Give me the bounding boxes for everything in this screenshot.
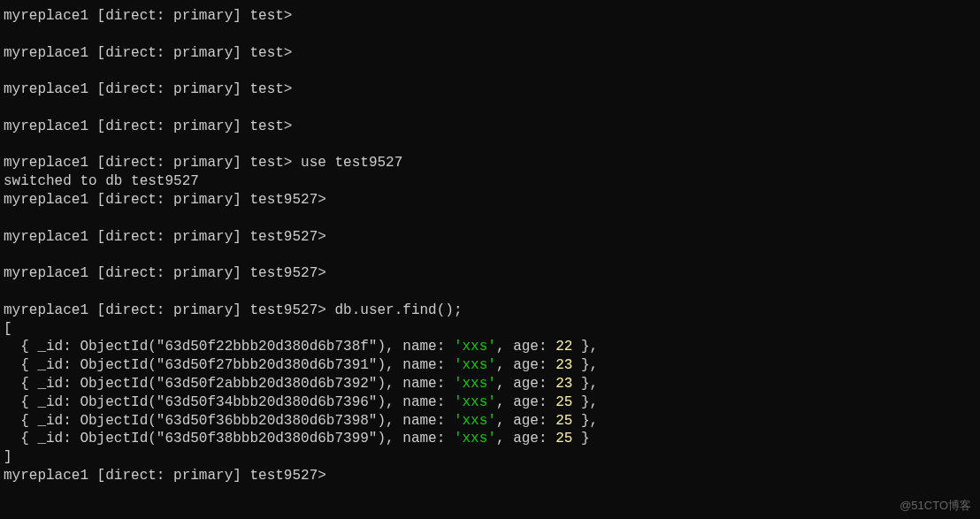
blank-line (0, 99, 980, 118)
blank-line (0, 26, 980, 44)
record-prefix: { _id: ObjectId("63d50f2abbb20d380d6b739… (4, 376, 454, 392)
prompt-line[interactable]: myreplace1 [direct: primary] test9527> (0, 467, 980, 485)
prompt-test9527: myreplace1 [direct: primary] test9527> (4, 229, 326, 245)
blank-line (0, 246, 980, 264)
record-suffix: }, (572, 339, 598, 355)
quote-icon: ' (454, 431, 463, 446)
blank-line (0, 136, 980, 155)
result-record: { _id: ObjectId("63d50f2abbb20d380d6b739… (0, 375, 980, 393)
prompt-line: myreplace1 [direct: primary] test> (0, 80, 980, 99)
blank-line (0, 210, 980, 228)
prompt-line: myreplace1 [direct: primary] test> (0, 118, 980, 136)
record-suffix: } (572, 431, 589, 446)
prompt-test9527: myreplace1 [direct: primary] test9527> (4, 468, 326, 484)
record-name: xxs (463, 394, 488, 410)
record-mid: , age: (496, 339, 555, 355)
record-name: xxs (463, 339, 488, 355)
record-age: 25 (555, 431, 572, 446)
record-age: 25 (555, 394, 572, 410)
prompt-test9527: myreplace1 [direct: primary] test9527> (4, 265, 326, 281)
record-name: xxs (463, 376, 488, 392)
quote-icon: ' (454, 394, 463, 410)
switched-message: switched to db test9527 (4, 173, 199, 189)
quote-icon: ' (487, 413, 496, 429)
output-line: switched to db test9527 (0, 172, 980, 191)
record-suffix: }, (572, 357, 598, 373)
blank-line (0, 62, 980, 80)
result-record: { _id: ObjectId("63d50f22bbb20d380d6b738… (0, 338, 980, 356)
prompt-line: myreplace1 [direct: primary] test> (0, 7, 980, 26)
record-suffix: }, (572, 376, 598, 392)
prompt-line: myreplace1 [direct: primary] test9527> (0, 191, 980, 210)
record-age: 25 (555, 413, 572, 429)
quote-icon: ' (487, 394, 496, 410)
record-suffix: }, (572, 394, 598, 410)
record-mid: , age: (496, 431, 555, 446)
result-record: { _id: ObjectId("63d50f38bbb20d380d6b739… (0, 430, 980, 448)
prompt-test: myreplace1 [direct: primary] test> (4, 8, 292, 24)
record-prefix: { _id: ObjectId("63d50f27bbb20d380d6b739… (4, 357, 454, 373)
quote-icon: ' (487, 339, 496, 355)
find-command: db.user.find(); (334, 302, 462, 318)
record-mid: , age: (496, 413, 555, 429)
record-prefix: { _id: ObjectId("63d50f34bbb20d380d6b739… (4, 394, 454, 410)
quote-icon: ' (487, 376, 496, 392)
quote-icon: ' (454, 339, 463, 355)
record-mid: , age: (496, 376, 555, 392)
result-record: { _id: ObjectId("63d50f34bbb20d380d6b739… (0, 393, 980, 412)
command-line: myreplace1 [direct: primary] test> use t… (0, 154, 980, 172)
quote-icon: ' (454, 413, 463, 429)
record-suffix: }, (572, 413, 598, 429)
command-line: myreplace1 [direct: primary] test9527> d… (0, 301, 980, 320)
result-record: { _id: ObjectId("63d50f27bbb20d380d6b739… (0, 356, 980, 375)
record-name: xxs (463, 413, 488, 429)
prompt-test: myreplace1 [direct: primary] test> (4, 81, 292, 97)
quote-icon: ' (454, 357, 463, 373)
prompt-line: myreplace1 [direct: primary] test> (0, 44, 980, 63)
records-container: { _id: ObjectId("63d50f22bbb20d380d6b738… (0, 338, 980, 448)
prompt-test: myreplace1 [direct: primary] test> (4, 45, 292, 61)
blank-line (0, 283, 980, 301)
record-age: 22 (555, 339, 572, 355)
result-bracket-open: [ (0, 320, 980, 339)
record-mid: , age: (496, 394, 555, 410)
record-name: xxs (463, 431, 488, 446)
prompt-line: myreplace1 [direct: primary] test9527> (0, 228, 980, 247)
watermark: @51CTO博客 (900, 499, 971, 514)
record-prefix: { _id: ObjectId("63d50f36bbb20d380d6b739… (4, 413, 454, 429)
record-age: 23 (555, 357, 572, 373)
record-age: 23 (555, 376, 572, 392)
record-mid: , age: (496, 357, 555, 373)
record-prefix: { _id: ObjectId("63d50f38bbb20d380d6b739… (4, 431, 454, 446)
prompt-test9527: myreplace1 [direct: primary] test9527> (4, 302, 326, 318)
prompt-test9527: myreplace1 [direct: primary] test9527> (4, 192, 326, 208)
prompt-line: myreplace1 [direct: primary] test9527> (0, 264, 980, 283)
prompt-test: myreplace1 [direct: primary] test> (4, 155, 292, 171)
use-command: use test9527 (301, 155, 402, 171)
prompt-test: myreplace1 [direct: primary] test> (4, 118, 292, 134)
result-record: { _id: ObjectId("63d50f36bbb20d380d6b739… (0, 412, 980, 431)
record-name: xxs (463, 357, 488, 373)
quote-icon: ' (454, 376, 463, 392)
quote-icon: ' (487, 357, 496, 373)
result-bracket-close: ] (0, 448, 980, 467)
quote-icon: ' (487, 431, 496, 446)
record-prefix: { _id: ObjectId("63d50f22bbb20d380d6b738… (4, 339, 454, 355)
